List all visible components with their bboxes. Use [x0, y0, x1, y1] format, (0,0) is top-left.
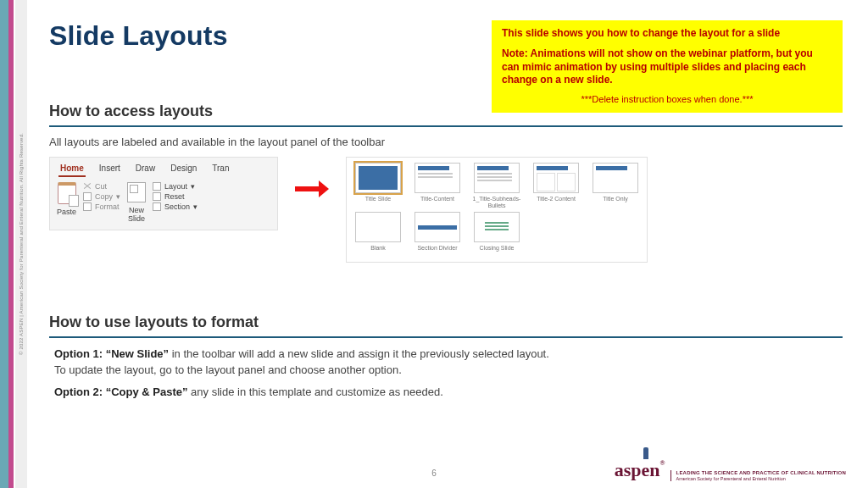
slide: © 2022 ASPEN | American Society for Pare…: [0, 0, 868, 488]
layout-thumb-title-only: Title Only: [591, 163, 640, 208]
red-arrow-icon: [295, 180, 329, 197]
left-accent-bar-2: [8, 0, 14, 488]
chevron-down-icon: ▾: [193, 202, 198, 211]
logo-tagline: LEADING THE SCIENCE AND PRACTICE OF CLIN…: [670, 470, 846, 481]
tab-transitions: Tran: [210, 161, 231, 177]
layout-icon: [153, 182, 161, 191]
layout-thumb-closing-slide: Closing Slide: [472, 212, 521, 257]
option-1-rest: in the toolbar will add a new slide and …: [169, 347, 549, 360]
layout-thumb-title-content: Title-Content: [413, 163, 462, 208]
copy-label: Copy: [95, 192, 113, 201]
paste-label: Paste: [57, 208, 76, 216]
gallery-row-2: Blank Section Divider Closing Slide: [353, 212, 640, 257]
format-row: Format: [83, 202, 120, 211]
section-use-layouts: How to use layouts to format Option 1: “…: [49, 313, 843, 400]
newslide-group: New Slide: [127, 182, 146, 223]
ribbon-body: Paste Cut Copy ▾ Format New Slide Layout…: [50, 177, 277, 230]
copyright-strip: © 2022 ASPEN | American Society for Pare…: [15, 0, 27, 488]
section-rule-2: [49, 336, 843, 338]
copy-row: Copy ▾: [83, 192, 120, 201]
instruction-line-1: This slide shows you how to change the l…: [502, 27, 832, 39]
copy-icon: [83, 192, 92, 201]
option-1-line2: To update the layout, go to the layout p…: [54, 363, 402, 376]
option-1: Option 1: “New Slide” in the toolbar wil…: [54, 347, 843, 377]
layout-thumb-subheads-bullets: 1_Title-Subheads-Bullets: [472, 163, 521, 208]
logo-tagline-2: American Society for Parenteral and Ente…: [676, 476, 846, 481]
scissor-icon: [83, 182, 92, 191]
reset-icon: [153, 192, 161, 201]
layout-subgroup: Layout ▾ Reset Section ▾: [153, 182, 198, 223]
clipboard-subgroup: Cut Copy ▾ Format: [83, 182, 120, 223]
section-label: Section: [164, 202, 190, 211]
layout-row: Layout ▾: [153, 182, 198, 191]
section-heading-use: How to use layouts to format: [49, 313, 843, 331]
paste-icon: [58, 182, 76, 204]
logo-wordmark: aspen®: [615, 459, 665, 481]
newslide-label: New Slide: [128, 206, 145, 223]
registered-mark: ®: [660, 459, 665, 467]
page-number: 6: [431, 469, 437, 478]
section-icon: [153, 202, 161, 211]
tab-design: Design: [169, 161, 198, 177]
left-accent-bar-1: [0, 0, 8, 488]
tab-home: Home: [58, 161, 86, 177]
logo-tagline-1: LEADING THE SCIENCE AND PRACTICE OF CLIN…: [676, 470, 846, 475]
option-2: Option 2: “Copy & Paste” any slide in th…: [54, 385, 843, 400]
instruction-line-3: ***Delete instruction boxes when done.**…: [502, 94, 832, 104]
format-label: Format: [95, 202, 120, 211]
section-rule-1: [49, 125, 843, 127]
option-2-rest: any slide in this template and customize…: [187, 385, 442, 398]
instruction-line-2: Note: Animations will not show on the we…: [502, 47, 832, 87]
cut-label: Cut: [95, 182, 107, 191]
chevron-down-icon: ▾: [116, 192, 120, 201]
gallery-row-1: Title Slide Title-Content 1_Title-Subhea…: [353, 163, 640, 208]
option-2-bold: Option 2: “Copy & Paste”: [54, 385, 187, 398]
section-row: Section ▾: [153, 202, 198, 211]
ribbon-tabs: Home Insert Draw Design Tran: [50, 158, 277, 177]
section-body-access: All layouts are labeled and available in…: [49, 136, 843, 148]
option-1-bold: Option 1: “New Slide”: [54, 347, 169, 360]
layout-thumb-blank: Blank: [353, 212, 403, 257]
paste-group: Paste: [57, 182, 76, 223]
layout-gallery: Title Slide Title-Content 1_Title-Subhea…: [346, 157, 648, 263]
layout-thumb-section-divider: Section Divider: [413, 212, 462, 257]
reset-label: Reset: [164, 192, 185, 201]
reset-row: Reset: [153, 192, 198, 201]
ribbon-screenshot: Home Insert Draw Design Tran Paste Cut C…: [49, 157, 278, 230]
aspen-logo: aspen® LEADING THE SCIENCE AND PRACTICE …: [615, 459, 846, 481]
cut-row: Cut: [83, 182, 120, 191]
instruction-box: This slide shows you how to change the l…: [492, 20, 843, 113]
content-area: Slide Layouts This slide shows you how t…: [49, 20, 843, 454]
format-painter-icon: [83, 202, 92, 211]
copyright-text: © 2022 ASPEN | American Society for Pare…: [19, 133, 24, 355]
chevron-down-icon: ▾: [191, 182, 195, 191]
tab-draw: Draw: [134, 161, 157, 177]
tab-insert: Insert: [97, 161, 122, 177]
new-slide-icon: [127, 182, 146, 202]
layout-thumb-title-2content: Title-2 Content: [531, 163, 581, 208]
layout-label: Layout: [164, 182, 187, 191]
illustration-row: Home Insert Draw Design Tran Paste Cut C…: [49, 157, 843, 263]
layout-thumb-title-slide: Title Slide: [353, 163, 403, 208]
